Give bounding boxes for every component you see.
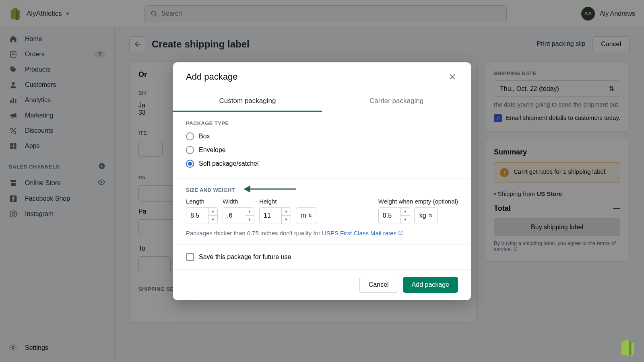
usps-rates-link[interactable]: USPS First Class Mail rates [322,230,403,237]
modal-overlay: Add package Custom packaging Carrier pac… [0,0,644,362]
modal-add-package-button[interactable]: Add package [403,277,458,293]
stepper-up[interactable]: ▲ [208,208,217,216]
radio-label: Box [199,133,210,140]
package-type-section: PACKAGE TYPE Box Envelope Soft package/s… [173,112,471,179]
select-caret-icon: ⇅ [308,213,312,218]
dimensions-row: Length ▲▼ Width ▲▼ Height [186,198,458,224]
stepper-down[interactable]: ▼ [282,216,291,224]
height-label: Height [259,198,291,205]
radio-icon [186,132,194,140]
stepper-up[interactable]: ▲ [245,208,254,216]
width-input[interactable] [223,208,245,224]
select-caret-icon: ⇅ [429,213,432,218]
radio-label: Soft package/satchel [199,160,259,167]
width-label: Width [223,198,254,205]
weight-input[interactable] [379,208,400,224]
radio-box[interactable]: Box [186,130,458,143]
radio-label: Envelope [199,146,226,154]
save-checkbox-label: Save this package for future use [199,253,291,261]
stepper-down[interactable]: ▼ [208,216,217,224]
weight-label: Weight when empty (optional) [378,198,458,205]
modal-title: Add package [186,72,237,82]
size-weight-section: SIZE AND WEIGHT Length ▲▼ Width ▲▼ [173,179,471,245]
length-label: Length [186,198,218,205]
weight-unit-select[interactable]: kg⇅ [414,207,438,224]
thickness-note: Packages thicker than 0.75 inches don't … [186,230,458,237]
add-package-modal: Add package Custom packaging Carrier pac… [173,62,471,300]
height-input[interactable] [260,208,281,224]
weight-field: Weight when empty (optional) ▲▼ kg⇅ [378,198,458,224]
modal-header: Add package [173,62,471,91]
size-weight-label: SIZE AND WEIGHT [186,187,458,193]
package-type-label: PACKAGE TYPE [186,120,458,126]
external-link-icon [398,230,403,235]
radio-soft-package[interactable]: Soft package/satchel [186,157,458,171]
height-input-wrap: ▲▼ [259,207,291,224]
radio-icon [186,146,194,154]
tab-carrier-packaging[interactable]: Carrier packaging [322,91,471,112]
modal-cancel-button[interactable]: Cancel [359,277,398,293]
length-input-wrap: ▲▼ [186,207,218,224]
stepper-up[interactable]: ▲ [282,208,291,216]
width-input-wrap: ▲▼ [223,207,254,224]
save-checkbox[interactable] [186,253,194,261]
close-button[interactable] [447,71,458,82]
stepper-down[interactable]: ▼ [245,216,254,224]
stepper-up[interactable]: ▲ [401,208,410,216]
weight-input-wrap: ▲▼ [378,207,410,224]
shopify-badge-icon [617,339,635,356]
close-icon [448,73,456,81]
height-field: Height ▲▼ [259,198,291,224]
save-package-row[interactable]: Save this package for future use [173,245,471,269]
stepper-down[interactable]: ▼ [401,216,410,224]
tab-custom-packaging[interactable]: Custom packaging [173,91,322,112]
modal-tabs: Custom packaging Carrier packaging [173,91,471,112]
modal-footer: Cancel Add package [173,269,471,300]
dimension-unit-select[interactable]: in⇅ [296,207,317,224]
length-field: Length ▲▼ [186,198,218,224]
radio-selected-icon [186,160,194,168]
radio-envelope[interactable]: Envelope [186,143,458,157]
length-input[interactable] [186,208,208,224]
width-field: Width ▲▼ [223,198,254,224]
